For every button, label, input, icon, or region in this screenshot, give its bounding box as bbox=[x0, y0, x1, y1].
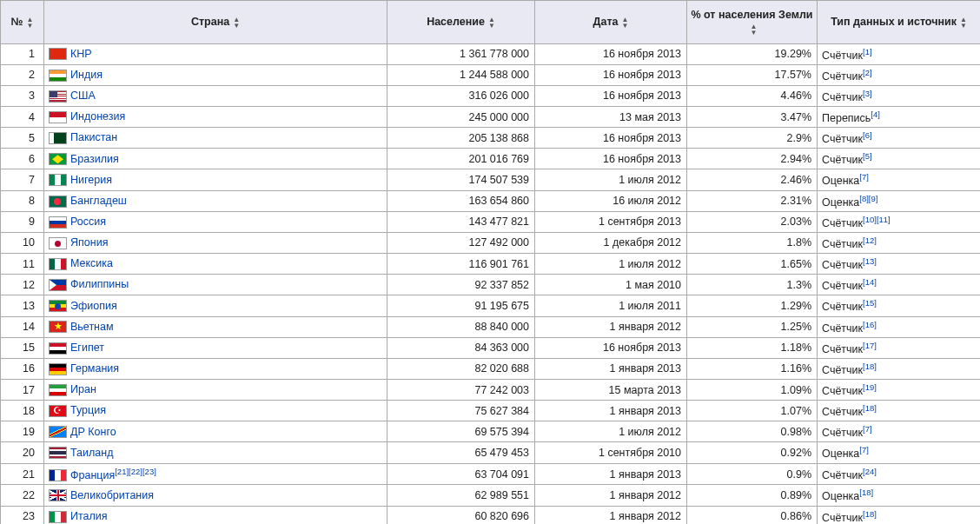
citation-link[interactable]: [21] bbox=[115, 467, 129, 476]
citation-link[interactable]: [18] bbox=[859, 488, 873, 497]
cell-country: Индонезия bbox=[44, 106, 387, 127]
country-link[interactable]: Мексика bbox=[70, 257, 113, 269]
cell-population: 91 195 675 bbox=[387, 295, 535, 316]
citation-link[interactable]: [3] bbox=[863, 89, 872, 98]
citation-link[interactable]: [15] bbox=[863, 298, 877, 308]
cell-type: Счётчик[5] bbox=[818, 149, 981, 169]
sort-icon[interactable]: ▲▼ bbox=[233, 17, 240, 29]
cell-rank: 9 bbox=[1, 211, 44, 232]
cell-population: 163 654 860 bbox=[387, 190, 535, 211]
cell-country: Италия bbox=[44, 506, 387, 524]
country-link[interactable]: Россия bbox=[70, 216, 106, 228]
sort-icon[interactable]: ▲▼ bbox=[622, 17, 629, 29]
header-percent[interactable]: % от населения Земли▲▼ bbox=[687, 1, 818, 44]
country-link[interactable]: Иран bbox=[70, 383, 96, 395]
country-link[interactable]: КНР bbox=[70, 48, 92, 60]
sort-icon[interactable]: ▲▼ bbox=[751, 23, 758, 36]
flag-icon bbox=[49, 48, 67, 60]
citation-link[interactable]: [13] bbox=[863, 256, 877, 266]
citation-link[interactable]: [7] bbox=[859, 445, 869, 454]
country-link[interactable]: Германия bbox=[70, 362, 119, 375]
header-num[interactable]: №▲▼ bbox=[1, 1, 44, 44]
citation-link[interactable]: [11] bbox=[877, 215, 891, 224]
country-link[interactable]: Таиланд bbox=[70, 447, 113, 459]
country-link[interactable]: Бразилия bbox=[70, 153, 119, 165]
cell-type: Оценка[7] bbox=[818, 169, 981, 190]
citation-link[interactable]: [19] bbox=[863, 382, 877, 392]
citation-link[interactable]: [8] bbox=[859, 194, 869, 203]
cell-rank: 13 bbox=[1, 295, 44, 316]
flag-icon bbox=[49, 405, 67, 417]
flag-icon bbox=[49, 342, 67, 355]
cell-country: Мексика bbox=[44, 254, 387, 275]
header-date[interactable]: Дата▲▼ bbox=[535, 1, 687, 44]
sort-icon[interactable]: ▲▼ bbox=[960, 17, 967, 29]
cell-population: 69 575 394 bbox=[387, 421, 535, 442]
country-link[interactable]: Индия bbox=[70, 69, 103, 81]
citation-link[interactable]: [2] bbox=[863, 68, 872, 77]
country-link[interactable]: Филиппины bbox=[70, 278, 129, 290]
citation-link[interactable]: [4] bbox=[871, 109, 880, 119]
table-header-row: №▲▼ Страна▲▼ Население▲▼ Дата▲▼ % от нас… bbox=[1, 1, 981, 44]
country-link[interactable]: Бангладеш bbox=[70, 195, 127, 207]
sort-icon[interactable]: ▲▼ bbox=[27, 17, 34, 29]
country-link[interactable]: США bbox=[70, 90, 96, 102]
cell-percent: 1.25% bbox=[687, 316, 818, 337]
citation-link[interactable]: [14] bbox=[863, 277, 877, 287]
table-row: 20Таиланд65 479 4531 сентября 20100.92%О… bbox=[1, 442, 981, 463]
citation-link[interactable]: [22] bbox=[129, 467, 142, 476]
country-link[interactable]: Япония bbox=[70, 236, 108, 249]
country-link[interactable]: Пакистан bbox=[70, 131, 117, 143]
cell-rank: 21 bbox=[1, 463, 44, 485]
citation-link[interactable]: [7] bbox=[863, 424, 872, 434]
cell-type: Счётчик[18] bbox=[818, 506, 981, 524]
country-link[interactable]: Эфиопия bbox=[70, 300, 117, 312]
country-link[interactable]: Вьетнам bbox=[70, 321, 114, 333]
cell-rank: 20 bbox=[1, 442, 44, 463]
cell-population: 60 820 696 bbox=[387, 506, 535, 524]
citation-link[interactable]: [10] bbox=[863, 215, 877, 224]
cell-date: 1 января 2012 bbox=[535, 316, 687, 337]
citation-link[interactable]: [18] bbox=[863, 403, 877, 413]
cell-rank: 3 bbox=[1, 85, 44, 106]
table-row: 7Нигерия174 507 5391 июля 20122.46%Оценк… bbox=[1, 169, 981, 190]
country-link[interactable]: Великобритания bbox=[70, 489, 154, 501]
citation-link[interactable]: [5] bbox=[863, 151, 872, 161]
country-link[interactable]: Египет bbox=[70, 342, 104, 354]
flag-icon bbox=[49, 363, 67, 375]
citation-link[interactable]: [6] bbox=[863, 130, 872, 140]
citation-link[interactable]: [16] bbox=[863, 320, 877, 329]
citation-link[interactable]: [23] bbox=[142, 467, 156, 476]
country-link[interactable]: Франция bbox=[70, 469, 115, 481]
table-row: 9Россия143 477 8211 сентября 20132.03%Сч… bbox=[1, 211, 981, 232]
citation-link[interactable]: [24] bbox=[863, 467, 877, 476]
citation-link[interactable]: [18] bbox=[863, 361, 877, 371]
country-link[interactable]: Турция bbox=[70, 404, 106, 416]
header-population[interactable]: Население▲▼ bbox=[387, 1, 535, 44]
country-link[interactable]: ДР Конго bbox=[70, 426, 116, 438]
citation-link[interactable]: [18] bbox=[863, 509, 877, 519]
cell-type: Счётчик[12] bbox=[818, 232, 981, 253]
cell-date: 15 марта 2013 bbox=[535, 380, 687, 401]
table-row: 6Бразилия201 016 76916 ноября 20132.94%С… bbox=[1, 149, 981, 169]
citation-link[interactable]: [7] bbox=[859, 172, 869, 182]
header-country[interactable]: Страна▲▼ bbox=[44, 1, 387, 44]
citation-link[interactable]: [17] bbox=[863, 341, 877, 350]
cell-country: Вьетнам bbox=[44, 316, 387, 337]
header-type[interactable]: Тип данных и источник▲▼ bbox=[818, 1, 981, 44]
cell-date: 1 июля 2012 bbox=[535, 254, 687, 275]
citation-link[interactable]: [9] bbox=[869, 194, 878, 203]
cell-country: Бразилия bbox=[44, 149, 387, 169]
country-link[interactable]: Италия bbox=[70, 510, 108, 522]
cell-population: 245 000 000 bbox=[387, 106, 535, 127]
cell-percent: 17.57% bbox=[687, 64, 818, 85]
citation-link[interactable]: [1] bbox=[863, 47, 872, 56]
sort-icon[interactable]: ▲▼ bbox=[488, 17, 495, 29]
citation-link[interactable]: [12] bbox=[863, 235, 877, 245]
cell-type: Счётчик[19] bbox=[818, 380, 981, 401]
cell-date: 1 сентября 2013 bbox=[535, 211, 687, 232]
cell-population: 116 901 761 bbox=[387, 254, 535, 275]
country-link[interactable]: Индонезия bbox=[70, 110, 125, 123]
country-link[interactable]: Нигерия bbox=[70, 174, 112, 186]
cell-date: 1 января 2013 bbox=[535, 463, 687, 485]
